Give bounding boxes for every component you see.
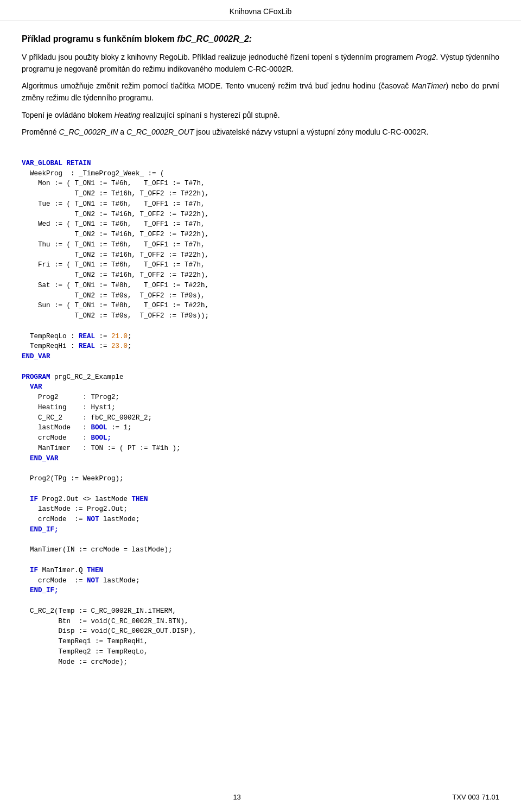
- main-content: Příklad programu s funkčním blokem fbC_R…: [0, 21, 521, 705]
- section-title: Příklad programu s funkčním blokem fbC_R…: [22, 34, 499, 44]
- page-footer: 13 TXV 003 71.01: [22, 793, 499, 801]
- para3: Topení je ovládáno blokem Heating realiz…: [22, 110, 499, 122]
- page-header: Knihovna CFoxLib: [0, 0, 521, 21]
- para2: Algoritmus umožňuje změnit režim pomocí …: [22, 80, 499, 104]
- code-block: VAR_GLOBAL RETAIN WeekProg : _TimeProg2_…: [22, 148, 499, 677]
- doc-ref: TXV 003 71.01: [452, 793, 499, 801]
- header-title: Knihovna CFoxLib: [230, 7, 291, 16]
- page-number: 13: [22, 793, 452, 801]
- para1: V příkladu jsou použity bloky z knihovny…: [22, 52, 499, 75]
- para4: Proměnné C_RC_0002R_IN a C_RC_0002R_OUT …: [22, 126, 499, 138]
